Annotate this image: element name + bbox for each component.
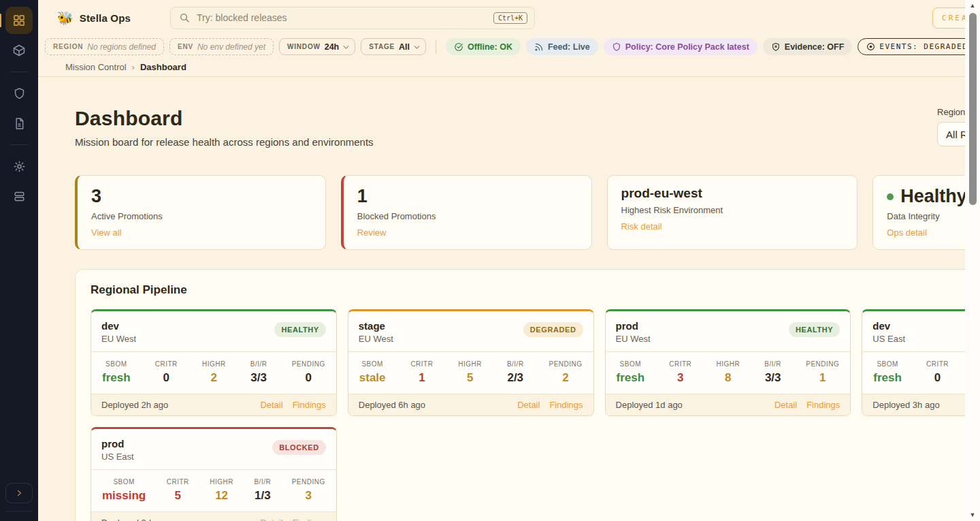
- env-name: prod: [101, 438, 134, 449]
- search-shortcut-badge: Ctrl+K: [493, 12, 527, 24]
- environment-grid: dev EU West HEALTHY SBOMfresh CRITR0 HIG…: [91, 309, 980, 521]
- stat-header: SBOM: [102, 478, 146, 486]
- stat-header: PENDING: [292, 360, 325, 368]
- detail-link[interactable]: Detail: [260, 400, 282, 410]
- stat-header: B/I/R: [764, 360, 781, 368]
- findings-link[interactable]: Findings: [549, 400, 583, 410]
- active-promotions-value: 3: [91, 187, 312, 207]
- env-chip-label: ENV: [178, 43, 193, 50]
- env-name: stage: [359, 320, 393, 332]
- findings-link[interactable]: Findings: [293, 400, 326, 410]
- scroll-down-arrow[interactable]: ▼: [970, 509, 976, 520]
- server-icon: [13, 190, 26, 203]
- stat-header: SBOM: [873, 360, 902, 368]
- detail-link[interactable]: Detail: [260, 518, 282, 521]
- env-region: US East: [101, 452, 134, 462]
- gear-icon: [13, 160, 26, 173]
- stage-chip[interactable]: STAGE All: [361, 38, 426, 55]
- stat-header: PENDING: [806, 360, 839, 368]
- search-icon: [179, 12, 190, 23]
- sidebar-expand-button[interactable]: [5, 483, 33, 503]
- scrollbar: ▲ ▼: [965, 0, 980, 521]
- chevron-down-icon: [414, 43, 419, 48]
- breadcrumb-current: Dashboard: [140, 62, 186, 72]
- view-all-link[interactable]: View all: [91, 227, 122, 238]
- scrollbar-thumb[interactable]: [969, 13, 977, 205]
- stat-header: PENDING: [292, 478, 325, 486]
- ops-detail-link[interactable]: Ops detail: [887, 227, 927, 238]
- env-name: dev: [101, 320, 136, 332]
- stat-header: B/I/R: [254, 478, 271, 486]
- deployed-text: Deployed 2h ago: [101, 400, 168, 410]
- risk-detail-link[interactable]: Risk detail: [621, 221, 662, 232]
- data-integrity-card: Healthy Data Integrity Ops detail: [872, 175, 980, 250]
- page-subtitle: Mission board for release health across …: [75, 136, 374, 148]
- findings-link[interactable]: Findings: [293, 518, 326, 521]
- sidebar-item-security[interactable]: [5, 80, 33, 107]
- events-status-pill[interactable]: EVENTS: DEGRADED: [858, 38, 977, 55]
- chevron-right-icon: [15, 489, 23, 497]
- stat-value: fresh: [873, 371, 902, 385]
- shield-x-icon: [771, 42, 781, 52]
- stat-header: B/I/R: [250, 360, 267, 368]
- env-chip[interactable]: ENV No env defined yet: [169, 38, 274, 55]
- review-link[interactable]: Review: [357, 227, 387, 238]
- env-name: dev: [872, 320, 905, 332]
- status-badge: DEGRADED: [523, 322, 583, 337]
- stat-header: B/I/R: [507, 360, 524, 368]
- window-chip[interactable]: WINDOW 24h: [279, 38, 355, 55]
- sidebar-item-releases[interactable]: [5, 37, 33, 64]
- active-promotions-label: Active Promotions: [91, 211, 312, 221]
- active-indicator: [0, 14, 1, 27]
- stat-header: CRITR: [410, 360, 433, 368]
- package-icon: [12, 44, 26, 57]
- stat-header: CRITR: [669, 360, 691, 368]
- scroll-up-arrow[interactable]: ▲: [970, 0, 976, 11]
- blocked-promotions-card: 1 Blocked Promotions Review: [341, 175, 592, 250]
- sidebar-item-infrastructure[interactable]: [5, 183, 33, 210]
- brand-logo-icon: 🐝: [57, 10, 74, 26]
- blocked-promotions-label: Blocked Promotions: [357, 211, 578, 221]
- global-search[interactable]: Ctrl+K: [170, 7, 535, 29]
- circle-dot-icon: [866, 42, 875, 51]
- sidebar: [0, 0, 38, 521]
- offline-status-pill[interactable]: Offline: OK: [446, 38, 521, 55]
- env-card-prod-us-east: prod US East BLOCKED SBOMmissing CRITR5 …: [91, 427, 337, 521]
- stat-value: 3: [292, 489, 325, 503]
- env-region: EU West: [359, 334, 393, 344]
- evidence-status-text: Evidence: OFF: [785, 42, 845, 52]
- brand-name: Stella Ops: [80, 12, 131, 24]
- stat-value: 0: [926, 371, 949, 385]
- status-badge: BLOCKED: [272, 440, 326, 455]
- evidence-status-pill[interactable]: Evidence: OFF: [763, 38, 853, 55]
- region-chip-label: REGION: [53, 43, 83, 50]
- stat-header: SBOM: [102, 360, 131, 368]
- stat-value: stale: [359, 371, 386, 385]
- env-name: prod: [616, 320, 651, 332]
- page-heading: Dashboard Mission board for release heal…: [75, 107, 374, 148]
- breadcrumb-separator: ›: [132, 62, 135, 72]
- stat-value: 8: [716, 371, 740, 385]
- region-chip[interactable]: REGION No regions defined: [45, 38, 164, 55]
- sidebar-item-documents[interactable]: [5, 110, 33, 137]
- events-status-text: EVENTS: DEGRADED: [879, 42, 968, 51]
- feed-status-pill[interactable]: Feed: Live: [526, 38, 598, 55]
- stat-value: 3: [669, 371, 691, 385]
- sidebar-item-dashboard[interactable]: [5, 7, 33, 34]
- sidebar-item-settings[interactable]: [5, 153, 33, 180]
- stat-header: CRITR: [926, 360, 949, 368]
- rss-icon: [534, 42, 544, 52]
- detail-link[interactable]: Detail: [774, 400, 797, 410]
- region-chip-value: No regions defined: [87, 42, 156, 52]
- context-statusbar: REGION No regions defined ENV No env def…: [38, 35, 980, 58]
- breadcrumb-parent[interactable]: Mission Control: [65, 62, 127, 72]
- env-region: US East: [872, 334, 905, 344]
- detail-link[interactable]: Detail: [517, 400, 540, 410]
- findings-link[interactable]: Findings: [806, 400, 840, 410]
- policy-status-pill[interactable]: Policy: Core Policy Pack latest: [604, 38, 757, 55]
- status-badge: HEALTHY: [274, 322, 325, 337]
- env-region: EU West: [616, 334, 651, 344]
- search-input[interactable]: [197, 12, 493, 23]
- regional-pipeline-panel: Regional Pipeline All environments dev E…: [75, 269, 980, 521]
- env-card-dev-us-east: dev US East HEALTHY SBOMfresh CRITR0 HIG…: [862, 309, 980, 416]
